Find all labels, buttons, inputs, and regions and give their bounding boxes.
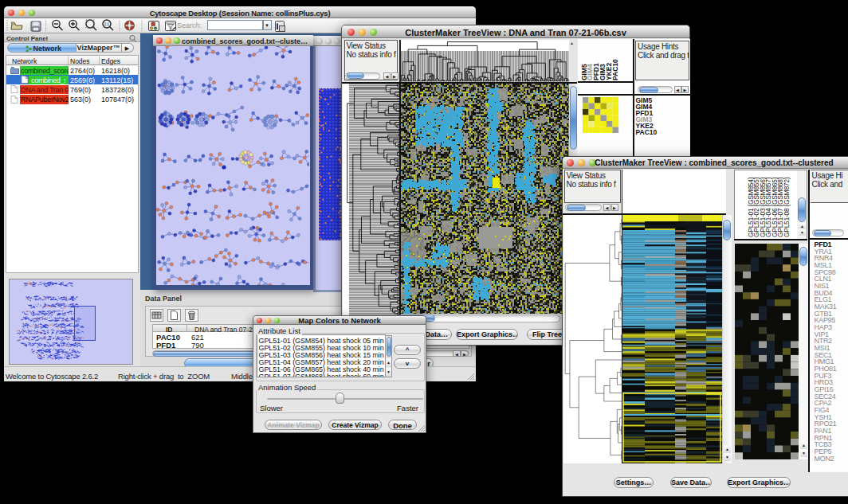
- svg-text:Search:: Search:: [177, 21, 202, 29]
- svg-text:1:1: 1:1: [104, 22, 110, 26]
